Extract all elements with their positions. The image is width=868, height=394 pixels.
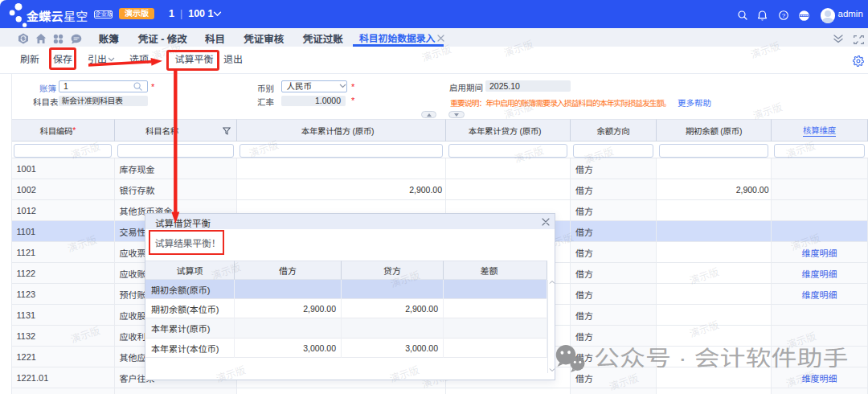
- svg-text:?: ?: [782, 12, 786, 19]
